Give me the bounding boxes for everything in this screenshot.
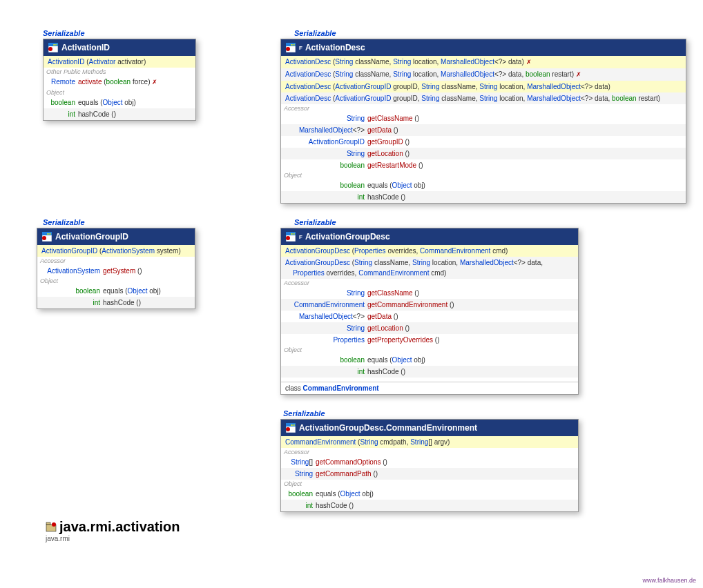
section-label: Object [44,88,195,97]
stereotype-label: Serializable [43,29,85,37]
class-icon: act [285,231,296,242]
method-row: inthashCode () [281,191,686,203]
class-ActivationID: actActivationIDActivationID (Activator a… [43,39,196,121]
method-row: booleanequals (Object obj) [281,179,686,191]
method-row: inthashCode () [281,366,578,378]
class-icon: act [41,231,52,242]
method-sig: getData () [367,311,574,322]
section-label: Accessor [281,104,686,112]
class-icon: act [285,42,296,53]
package-label: java.rmi.activation java.rmi [46,519,180,542]
constructor-block: CommandEnvironment (String cmdpath, Stri… [281,436,578,448]
card-header: actFActivationDesc [281,39,686,56]
method-sig: getLocation () [367,323,574,333]
method-row: String[]getCommandOptions () [281,456,578,468]
stereotype-label: Serializable [294,218,336,226]
return-type: String [285,323,367,333]
class-title: ActivationDesc [305,43,365,52]
svg-point-6 [286,47,290,51]
return-type: boolean [48,97,78,108]
method-row: inthashCode () [37,297,195,308]
constructor-block: ActivationDesc (String className, String… [281,56,686,104]
method-row: booleangetRestartMode () [281,159,686,171]
method-row: ActivationGroupIDgetGroupID () [281,136,686,148]
method-sig: equals (Object obj) [78,97,191,108]
method-row: booleanequals (Object obj) [37,285,195,297]
constructor-row: ActivationDesc (String className, String… [281,68,686,81]
method-sig: getGroupID () [367,137,682,147]
return-type: int [41,297,103,308]
constructor-row: ActivationGroupID (ActivationSystem syst… [37,245,195,257]
method-sig: getSystem () [103,266,191,276]
section-label: Accessor [281,448,578,456]
class-ActivationDesc: actFActivationDescActivationDesc (String… [280,39,686,204]
method-sig: hashCode () [367,192,682,202]
modifier: F [299,234,302,240]
section-label: Object [281,346,578,354]
method-row: PropertiesgetPropertyOverrides () [281,334,578,346]
card-header: actActivationGroupDesc.CommandEnvironmen… [281,420,578,436]
return-type: String [285,469,316,479]
svg-text:act: act [291,43,295,46]
return-type: String [285,148,367,159]
class-title: ActivationGroupDesc.CommandEnvironment [299,423,477,433]
method-row: StringgetCommandPath () [281,468,578,480]
method-sig: getData () [367,125,682,135]
method-row: StringgetClassName () [281,112,686,124]
card-header: actFActivationGroupDesc [281,228,578,245]
class-ActivationGroupID: actActivationGroupIDActivationGroupID (A… [37,228,195,309]
method-sig: getCommandOptions () [316,457,574,467]
method-sig: equals (Object obj) [316,489,574,499]
method-row: booleanequals (Object obj) [281,488,578,500]
class-title: ActivationID [61,43,110,52]
stereotype-label: Serializable [294,29,336,37]
method-row: booleanequals (Object obj) [44,97,195,108]
method-sig: equals (Object obj) [367,355,574,365]
return-type: boolean [41,286,103,296]
method-sig: equals (Object obj) [367,180,682,190]
method-row: MarshalledObject<?>getData () [281,124,686,136]
stereotype-label: Serializable [43,218,85,226]
method-sig: hashCode () [78,109,191,119]
svg-text:act: act [291,423,295,427]
return-type: int [285,192,367,202]
constructor-row: ActivationDesc (String className, String… [281,56,686,68]
method-sig: equals (Object obj) [103,286,191,296]
svg-text:act: act [291,232,295,235]
method-row: StringgetLocation () [281,148,686,159]
return-type: int [285,366,367,377]
return-type: boolean [285,355,367,365]
svg-point-18 [286,427,290,431]
return-type: boolean [285,160,367,170]
nested-class: class CommandEnvironment [281,382,578,394]
constructor-row: ActivationGroupDesc (String className, S… [281,257,578,279]
return-type: MarshalledObject<?> [285,311,367,322]
package-icon [46,522,57,533]
package-sub: java.rmi [46,535,180,542]
method-sig: getClassName () [367,113,682,124]
constructor-block: ActivationID (Activator activator) [44,56,195,68]
method-row: StringgetLocation () [281,322,578,334]
method-sig: hashCode () [367,366,574,377]
method-row: ActivationSystemgetSystem () [37,265,195,277]
return-type: MarshalledObject<?> [285,125,367,135]
svg-point-2 [48,47,52,51]
return-type: int [285,500,316,511]
return-type: Remote [48,77,78,88]
return-type: boolean [285,489,316,499]
package-name: java.rmi.activation [59,519,180,535]
return-type: Properties [285,335,367,345]
constructor-row: CommandEnvironment (String cmdpath, Stri… [281,436,578,448]
footer-credit: www.falkhausen.de [642,577,696,584]
section-label: Object [281,171,686,179]
method-row: Remoteactivate (boolean force) ✗ [44,76,195,88]
section-label: Other Public Methods [44,68,195,76]
class-icon: act [48,42,59,53]
class-title: ActivationGroupID [55,232,128,242]
class-title: ActivationGroupDesc [305,232,390,242]
svg-text:act: act [53,43,57,46]
return-type: ActivationSystem [41,266,103,276]
constructor-block: ActivationGroupID (ActivationSystem syst… [37,245,195,257]
method-sig: getPropertyOverrides () [367,335,574,345]
return-type: String [285,113,367,124]
